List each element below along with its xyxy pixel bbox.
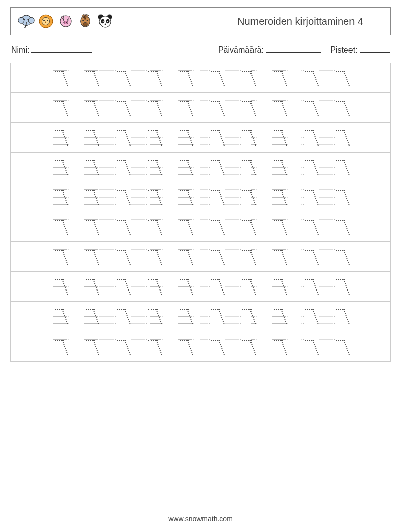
trace-digit-7[interactable] — [334, 127, 348, 148]
trace-digit-7[interactable] — [53, 187, 67, 207]
trace-digit-7[interactable] — [209, 247, 223, 267]
trace-digit-7[interactable] — [146, 127, 161, 148]
trace-digit-7[interactable] — [178, 187, 192, 207]
trace-digit-7[interactable] — [146, 98, 161, 118]
trace-digit-7[interactable] — [240, 247, 255, 267]
trace-digit-7[interactable] — [334, 98, 348, 118]
trace-digit-7[interactable] — [209, 217, 223, 237]
trace-digit-7[interactable] — [303, 247, 317, 267]
trace-digit-7[interactable] — [303, 187, 317, 207]
trace-digit-7[interactable] — [303, 336, 317, 357]
trace-digit-7[interactable] — [209, 98, 223, 118]
trace-digit-7[interactable] — [115, 68, 129, 88]
trace-digit-7[interactable] — [334, 336, 348, 357]
trace-digit-7[interactable] — [209, 68, 223, 88]
trace-digit-7[interactable] — [146, 217, 161, 237]
trace-digit-7[interactable] — [84, 127, 98, 148]
trace-digit-7[interactable] — [115, 157, 129, 177]
trace-digit-7[interactable] — [53, 98, 67, 118]
trace-digit-7[interactable] — [272, 68, 286, 88]
trace-digit-7[interactable] — [146, 306, 161, 326]
trace-digit-7[interactable] — [303, 217, 317, 237]
trace-digit-7[interactable] — [272, 336, 286, 357]
trace-digit-7[interactable] — [84, 187, 98, 207]
trace-digit-7[interactable] — [209, 336, 223, 357]
trace-digit-7[interactable] — [334, 247, 348, 267]
trace-digit-7[interactable] — [146, 68, 161, 88]
trace-digit-7[interactable] — [84, 306, 98, 326]
trace-digit-7[interactable] — [146, 187, 161, 207]
trace-digit-7[interactable] — [115, 127, 129, 148]
trace-digit-7[interactable] — [240, 127, 255, 148]
trace-digit-7[interactable] — [209, 187, 223, 207]
trace-digit-7[interactable] — [303, 68, 317, 88]
trace-digit-7[interactable] — [178, 127, 192, 148]
trace-digit-7[interactable] — [53, 276, 67, 297]
trace-digit-7[interactable] — [84, 98, 98, 118]
trace-digit-7[interactable] — [303, 276, 317, 297]
trace-digit-7[interactable] — [240, 306, 255, 326]
trace-digit-7[interactable] — [115, 276, 129, 297]
trace-digit-7[interactable] — [53, 217, 67, 237]
name-blank[interactable] — [31, 45, 92, 53]
trace-digit-7[interactable] — [178, 157, 192, 177]
trace-digit-7[interactable] — [272, 217, 286, 237]
trace-digit-7[interactable] — [53, 306, 67, 326]
trace-digit-7[interactable] — [334, 187, 348, 207]
trace-digit-7[interactable] — [272, 306, 286, 326]
trace-digit-7[interactable] — [178, 276, 192, 297]
trace-digit-7[interactable] — [53, 68, 67, 88]
trace-digit-7[interactable] — [334, 276, 348, 297]
trace-digit-7[interactable] — [272, 157, 286, 177]
trace-digit-7[interactable] — [209, 276, 223, 297]
date-blank[interactable] — [266, 45, 321, 53]
trace-digit-7[interactable] — [334, 217, 348, 237]
trace-digit-7[interactable] — [178, 68, 192, 88]
trace-digit-7[interactable] — [178, 98, 192, 118]
trace-digit-7[interactable] — [272, 247, 286, 267]
trace-digit-7[interactable] — [209, 127, 223, 148]
trace-digit-7[interactable] — [115, 306, 129, 326]
trace-digit-7[interactable] — [84, 157, 98, 177]
trace-digit-7[interactable] — [146, 336, 161, 357]
trace-digit-7[interactable] — [115, 336, 129, 357]
trace-digit-7[interactable] — [272, 127, 286, 148]
trace-digit-7[interactable] — [303, 98, 317, 118]
trace-digit-7[interactable] — [240, 98, 255, 118]
trace-digit-7[interactable] — [84, 68, 98, 88]
trace-digit-7[interactable] — [84, 276, 98, 297]
trace-digit-7[interactable] — [84, 247, 98, 267]
trace-digit-7[interactable] — [240, 217, 255, 237]
trace-digit-7[interactable] — [240, 157, 255, 177]
trace-digit-7[interactable] — [178, 336, 192, 357]
trace-digit-7[interactable] — [334, 306, 348, 326]
trace-digit-7[interactable] — [272, 187, 286, 207]
trace-digit-7[interactable] — [53, 336, 67, 357]
trace-digit-7[interactable] — [84, 217, 98, 237]
trace-digit-7[interactable] — [115, 187, 129, 207]
trace-digit-7[interactable] — [240, 187, 255, 207]
trace-digit-7[interactable] — [178, 306, 192, 326]
trace-digit-7[interactable] — [303, 127, 317, 148]
trace-digit-7[interactable] — [303, 306, 317, 326]
trace-digit-7[interactable] — [303, 157, 317, 177]
trace-digit-7[interactable] — [53, 157, 67, 177]
trace-digit-7[interactable] — [240, 336, 255, 357]
trace-digit-7[interactable] — [209, 157, 223, 177]
trace-digit-7[interactable] — [115, 98, 129, 118]
trace-digit-7[interactable] — [178, 247, 192, 267]
trace-digit-7[interactable] — [209, 306, 223, 326]
trace-digit-7[interactable] — [84, 336, 98, 357]
trace-digit-7[interactable] — [146, 247, 161, 267]
trace-digit-7[interactable] — [178, 217, 192, 237]
trace-digit-7[interactable] — [334, 68, 348, 88]
trace-digit-7[interactable] — [146, 157, 161, 177]
trace-digit-7[interactable] — [240, 276, 255, 297]
trace-digit-7[interactable] — [53, 127, 67, 148]
trace-digit-7[interactable] — [334, 157, 348, 177]
trace-digit-7[interactable] — [115, 217, 129, 237]
trace-digit-7[interactable] — [115, 247, 129, 267]
trace-digit-7[interactable] — [272, 98, 286, 118]
trace-digit-7[interactable] — [272, 276, 286, 297]
trace-digit-7[interactable] — [53, 247, 67, 267]
